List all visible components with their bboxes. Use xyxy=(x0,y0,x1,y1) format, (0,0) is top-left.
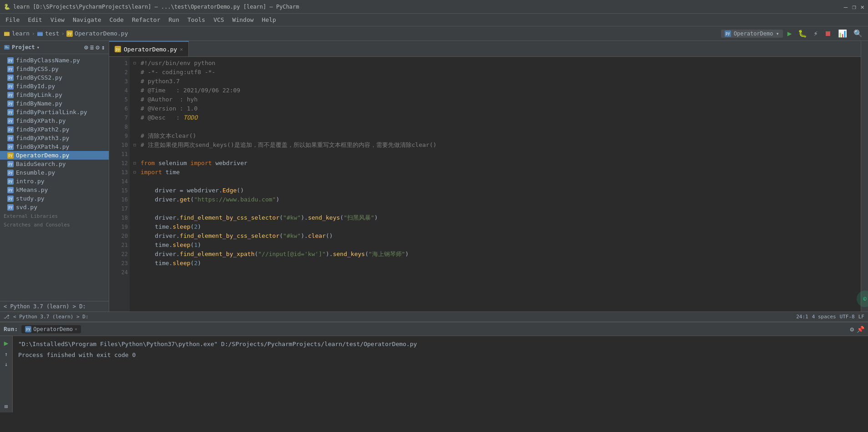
sidebar-sync-icon[interactable]: ⊙ xyxy=(84,44,88,51)
py-icon: py xyxy=(7,135,14,141)
close-button[interactable]: ✕ xyxy=(861,3,864,10)
line-sep-info[interactable]: LF xyxy=(858,314,864,320)
file-study[interactable]: py study.py xyxy=(0,194,109,203)
maximize-button[interactable]: ❐ xyxy=(852,3,856,10)
tab-label: OperatorDemo.py xyxy=(124,46,177,53)
menu-navigate[interactable]: Navigate xyxy=(69,15,105,25)
run-panel-pin-icon[interactable]: 📌 xyxy=(857,326,864,333)
stop-button[interactable]: ⏹ xyxy=(823,28,833,39)
breadcrumb-sep-2: › xyxy=(61,30,65,37)
run-panel: Run: py OperatorDemo ✕ ⚙ 📌 ▶ ↑ ↓ ⊞ "D:\I… xyxy=(0,321,868,412)
file-findByName[interactable]: py findByName.py xyxy=(0,99,109,108)
run-panel-header: Run: py OperatorDemo ✕ ⚙ 📌 xyxy=(0,322,868,336)
menu-refactor[interactable]: Refactor xyxy=(128,15,164,25)
menu-file[interactable]: File xyxy=(2,15,23,25)
py-icon: py xyxy=(7,75,14,81)
code-editor[interactable]: 12345 678910 1112131415 1617181920 21222… xyxy=(109,57,861,311)
fold-10[interactable]: ⊟ xyxy=(133,141,141,150)
toolbar-right: py OperatorDemo ▾ ▶ 🐛 ⚡ ⏹ 📊 🔍 xyxy=(721,28,864,39)
file-findByXPath3[interactable]: py findByXPath3.py xyxy=(0,134,109,142)
file-findByPartialLink[interactable]: py findByPartialLink.py xyxy=(0,108,109,116)
code-line-15: driver = webdriver.Edge() xyxy=(133,186,857,195)
file-kMeans[interactable]: py kMeans.py xyxy=(0,186,109,194)
py-icon: py xyxy=(7,118,14,124)
py-icon: py xyxy=(7,170,14,176)
svg-rect-6 xyxy=(5,47,9,48)
breadcrumb-bar: learn › test › py OperatorDemo.py py Ope… xyxy=(0,26,868,41)
code-line-2: # -*- coding:utf8 -*- xyxy=(133,68,857,77)
run-panel-settings-icon[interactable]: ⚙ xyxy=(850,326,854,333)
file-BaiduSearch[interactable]: py BaiduSearch.py xyxy=(0,160,109,168)
file-tree: py findByClassName.py py findByCSS.py py… xyxy=(0,54,109,301)
menu-window[interactable]: Window xyxy=(229,15,257,25)
run-config-dropdown[interactable]: ▾ xyxy=(776,30,779,37)
scroll-down-button[interactable]: ↓ xyxy=(4,360,9,368)
folder-icon-2 xyxy=(37,30,43,37)
fold-12[interactable]: ⊟ xyxy=(133,159,141,168)
sidebar-header: Project ▾ ⊙ ≡ ⚙ ↕ xyxy=(0,41,109,54)
breadcrumb-file[interactable]: py OperatorDemo.py xyxy=(66,30,128,37)
cursor-position: 24:1 xyxy=(796,314,808,320)
menu-help[interactable]: Help xyxy=(258,15,280,25)
run-tab[interactable]: py OperatorDemo ✕ xyxy=(21,325,81,333)
file-Ensumble[interactable]: py Ensumble.py xyxy=(0,168,109,177)
tab-bar: py OperatorDemo.py ✕ xyxy=(109,41,861,57)
rerun-button[interactable]: ▶ xyxy=(3,338,10,348)
python-status[interactable]: < Python 3.7 (learn) > D: xyxy=(13,314,89,320)
scroll-up-button[interactable]: ↑ xyxy=(4,350,9,358)
menu-run[interactable]: Run xyxy=(165,15,183,25)
pycharm-logo: © xyxy=(856,290,868,308)
file-svd[interactable]: py svd.py xyxy=(0,203,109,211)
tab-close-button[interactable]: ✕ xyxy=(180,46,183,52)
minimize-button[interactable]: — xyxy=(844,3,848,10)
code-line-21: time.sleep(1) xyxy=(133,241,857,250)
sidebar-collapse-icon[interactable]: ≡ xyxy=(90,44,94,51)
file-findByLink[interactable]: py findByLink.py xyxy=(0,90,109,99)
menu-vcs[interactable]: VCS xyxy=(210,15,227,25)
file-findByXPath2[interactable]: py findByXPath2.py xyxy=(0,125,109,134)
run-coverage-button[interactable]: ⚡ xyxy=(812,28,820,39)
run-tab-close[interactable]: ✕ xyxy=(75,327,77,332)
svg-rect-1 xyxy=(4,33,10,36)
file-findByXPath4[interactable]: py findByXPath4.py xyxy=(0,142,109,151)
file-OperatorDemo[interactable]: py OperatorDemo.py xyxy=(0,151,109,160)
file-findByCSS[interactable]: py findByCSS.py xyxy=(0,65,109,73)
fold-13[interactable]: ⊟ xyxy=(133,168,141,177)
run-config[interactable]: py OperatorDemo ▾ xyxy=(721,30,783,38)
project-icon xyxy=(4,44,10,50)
sidebar-dropdown[interactable]: ▾ xyxy=(37,45,40,50)
right-scrollbar[interactable]: © xyxy=(861,41,868,311)
menu-view[interactable]: View xyxy=(47,15,68,25)
code-line-24 xyxy=(133,268,857,277)
breadcrumb-test[interactable]: test xyxy=(37,30,59,37)
search-button[interactable]: 🔍 xyxy=(852,28,864,39)
run-button[interactable]: ▶ xyxy=(786,28,794,39)
file-findById[interactable]: py findById.py xyxy=(0,82,109,90)
file-intro[interactable]: py intro.py xyxy=(0,177,109,186)
svg-rect-3 xyxy=(37,33,43,36)
py-icon: py xyxy=(7,196,14,202)
scratches-consoles[interactable]: Scratches and Consoles xyxy=(0,220,109,229)
external-libraries[interactable]: External Libraries xyxy=(0,211,109,220)
run-output: ▶ ↑ ↓ ⊞ "D:\InstalledS\Program Files\Pyt… xyxy=(0,336,868,412)
menu-code[interactable]: Code xyxy=(106,15,127,25)
menu-tools[interactable]: Tools xyxy=(184,15,209,25)
fold-1[interactable]: ⊟ xyxy=(133,59,141,68)
code-content[interactable]: ⊟ #!/usr/bin/env python # -*- coding:utf… xyxy=(130,57,861,311)
file-findByXPath[interactable]: py findByXPath.py xyxy=(0,116,109,125)
encoding-info[interactable]: UTF-8 xyxy=(840,314,855,320)
sidebar-header-icons: ⊙ ≡ ⚙ ↕ xyxy=(84,44,105,51)
menu-bar: File Edit View Navigate Code Refactor Ru… xyxy=(0,14,868,26)
title-bar-controls[interactable]: — ❐ ✕ xyxy=(844,3,864,10)
code-line-16: driver.get("https://www.baidu.com") xyxy=(133,195,857,204)
menu-edit[interactable]: Edit xyxy=(24,15,45,25)
terminal-button[interactable]: ⊞ xyxy=(4,402,9,411)
file-findByCSS2[interactable]: py findByCSS2.py xyxy=(0,73,109,82)
breadcrumb-project[interactable]: learn xyxy=(4,30,30,37)
tab-operator-demo[interactable]: py OperatorDemo.py ✕ xyxy=(109,41,189,56)
profile-button[interactable]: 📊 xyxy=(836,28,849,39)
sidebar-scroll-icon[interactable]: ↕ xyxy=(101,44,105,51)
debug-button[interactable]: 🐛 xyxy=(796,28,809,39)
file-findByClassName[interactable]: py findByClassName.py xyxy=(0,56,109,65)
sidebar-settings-icon[interactable]: ⚙ xyxy=(96,44,99,51)
